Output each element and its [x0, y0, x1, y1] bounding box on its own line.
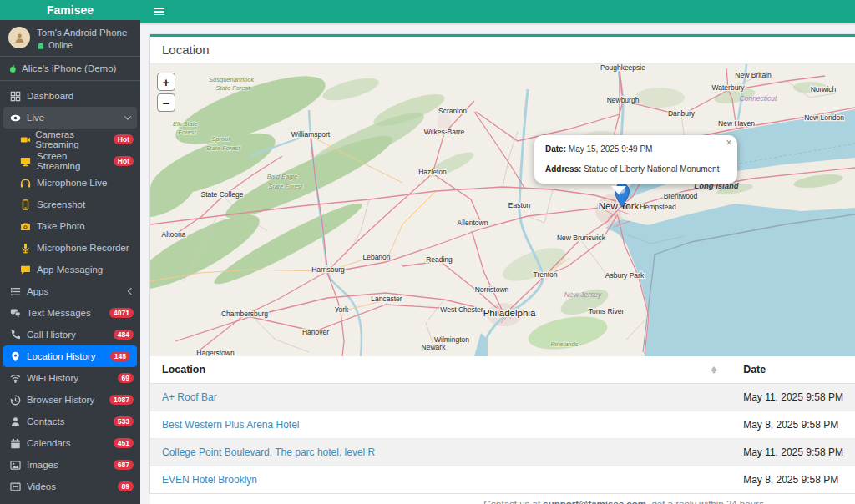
- table-row: Best Western Plus Arena Hotel May 8, 202…: [150, 411, 855, 439]
- sidebar-item-videos[interactable]: Videos 89: [0, 476, 140, 497]
- location-link[interactable]: EVEN Hotel Brooklyn: [162, 474, 257, 486]
- zoom-in-button[interactable]: +: [157, 73, 175, 91]
- demo-device-label: Alice's iPhone (Demo): [22, 63, 116, 73]
- demo-device-link[interactable]: Alice's iPhone (Demo): [0, 57, 140, 81]
- svg-text:Scranton: Scranton: [438, 107, 467, 115]
- headphones-icon: [20, 178, 37, 189]
- eye-icon: [10, 113, 27, 123]
- svg-text:York: York: [335, 305, 349, 314]
- sidebar-item-screen-streaming[interactable]: Screen Streaming Hot: [0, 150, 140, 172]
- column-header-date[interactable]: Date: [731, 356, 855, 384]
- count-badge: 533: [114, 416, 134, 427]
- svg-text:New Jersey: New Jersey: [564, 290, 602, 299]
- sidebar-item-live[interactable]: Live: [3, 107, 137, 129]
- popup-address-value: Statue of Liberty National Monument: [584, 164, 719, 174]
- sidebar-item-browser-history[interactable]: Browser History 1087: [0, 389, 140, 411]
- svg-text:Lebanon: Lebanon: [362, 253, 390, 261]
- hot-badge: Hot: [114, 134, 134, 145]
- popup-tail: [611, 186, 626, 194]
- online-status: Online: [48, 41, 73, 50]
- monitor-icon: [20, 156, 37, 167]
- svg-text:Wilkes-Barre: Wilkes-Barre: [424, 128, 465, 136]
- svg-text:Forest: Forest: [178, 129, 196, 136]
- sidebar-item-dashboard[interactable]: Dashboard: [0, 85, 140, 107]
- messages-icon: [10, 308, 27, 319]
- location-card: Location: [150, 34, 855, 493]
- close-icon[interactable]: ×: [726, 137, 731, 149]
- calendar-icon: [10, 438, 27, 449]
- video-camera-icon: [20, 134, 35, 145]
- footer-text-suffix: , get a reply within 24 hours: [646, 499, 764, 504]
- location-cell: EVEN Hotel Brooklyn: [150, 466, 731, 494]
- svg-text:Pinelands: Pinelands: [551, 340, 579, 348]
- map[interactable]: Poughkeepsie New Britain Waterbury Norwi…: [150, 64, 855, 356]
- zoom-out-button[interactable]: −: [157, 93, 175, 112]
- svg-text:State College: State College: [200, 190, 243, 199]
- microphone-icon: [20, 243, 37, 254]
- map-canvas: Poughkeepsie New Britain Waterbury Norwi…: [150, 64, 855, 356]
- device-name[interactable]: Tom's Android Phone: [37, 27, 127, 38]
- sidebar-item-take-photo[interactable]: Take Photo: [0, 215, 140, 237]
- film-icon: [10, 481, 27, 492]
- sidebar-item-screenshot[interactable]: Screenshot: [0, 194, 140, 215]
- map-popup: × Date: May 15, 2025 9:49 PM Address: St…: [534, 135, 737, 184]
- location-link[interactable]: College Point Boulevard, The parc hotel,…: [162, 446, 375, 458]
- support-email: support@famisee.com: [543, 499, 646, 504]
- person-icon: [10, 416, 27, 427]
- table-row: College Point Boulevard, The parc hotel,…: [150, 439, 855, 466]
- date-cell: May 8, 2025 9:58 PM: [731, 411, 855, 439]
- apple-icon: [8, 64, 18, 73]
- location-link[interactable]: A+ Roof Bar: [162, 391, 217, 403]
- sidebar-item-calendars[interactable]: Calendars 451: [0, 432, 140, 454]
- svg-text:Altoona: Altoona: [162, 230, 186, 239]
- brand-logo[interactable]: Famisee: [0, 0, 140, 20]
- svg-text:Philadelphia: Philadelphia: [483, 308, 536, 318]
- image-icon: [10, 460, 27, 471]
- svg-text:Williamsport: Williamsport: [291, 130, 331, 139]
- count-badge: 89: [118, 481, 134, 492]
- sidebar-item-call-history[interactable]: Call History 484: [0, 324, 140, 345]
- chevron-down-icon: [124, 113, 131, 119]
- sidebar-item-microphone-live[interactable]: Microphone Live: [0, 172, 140, 194]
- sidebar-item-wifi-history[interactable]: WiFi History 69: [0, 367, 140, 389]
- android-online-icon: [37, 42, 45, 50]
- sidebar-item-location-history[interactable]: Location History 145: [3, 345, 137, 367]
- svg-text:Poughkeepsie: Poughkeepsie: [600, 64, 645, 72]
- svg-text:Lancaster: Lancaster: [371, 295, 402, 303]
- sidebar-item-cameras-streaming[interactable]: Cameras Streaming Hot: [0, 129, 140, 150]
- avatar[interactable]: [8, 27, 30, 48]
- popup-address-label: Address:: [545, 164, 581, 174]
- svg-text:Elk State: Elk State: [173, 120, 198, 128]
- svg-text:Reading: Reading: [426, 255, 453, 264]
- count-badge: 451: [114, 438, 134, 449]
- column-header-location[interactable]: Location: [150, 356, 731, 384]
- wifi-icon: [10, 373, 27, 384]
- svg-text:Hanover: Hanover: [302, 328, 329, 336]
- svg-text:Sproul: Sproul: [211, 135, 230, 143]
- user-panel: Tom's Android Phone Online: [0, 20, 140, 57]
- chat-bubble-icon: [20, 265, 37, 275]
- menu-toggle-icon[interactable]: [154, 8, 164, 16]
- sidebar-item-app-messaging[interactable]: App Messaging: [0, 259, 140, 280]
- sidebar-item-apps[interactable]: Apps: [0, 280, 140, 302]
- svg-text:Waterbury: Waterbury: [712, 83, 746, 92]
- count-badge: 687: [114, 460, 134, 471]
- sidebar-item-text-messages[interactable]: Text Messages 4071: [0, 302, 140, 324]
- location-link[interactable]: Best Western Plus Arena Hotel: [162, 419, 300, 431]
- map-zoom-controls: + −: [157, 73, 175, 112]
- sort-icon[interactable]: [711, 366, 716, 374]
- svg-text:Trenton: Trenton: [534, 270, 558, 279]
- sidebar-item-microphone-recorder[interactable]: Microphone Recorder: [0, 237, 140, 259]
- popup-date-label: Date:: [545, 144, 566, 154]
- svg-text:Bald Eagle: Bald Eagle: [267, 173, 297, 180]
- svg-text:Chambersburg: Chambersburg: [221, 310, 268, 318]
- sidebar-item-contacts[interactable]: Contacts 533: [0, 411, 140, 432]
- svg-text:New York: New York: [599, 201, 640, 211]
- sidebar-item-images[interactable]: Images 687: [0, 454, 140, 476]
- location-cell: A+ Roof Bar: [150, 384, 731, 411]
- table-row: EVEN Hotel Brooklyn May 8, 2025 9:58 PM: [150, 466, 855, 494]
- location-cell: College Point Boulevard, The parc hotel,…: [150, 439, 731, 466]
- history-icon: [10, 395, 27, 406]
- svg-text:New Haven: New Haven: [718, 119, 755, 128]
- count-badge: 4071: [109, 308, 134, 319]
